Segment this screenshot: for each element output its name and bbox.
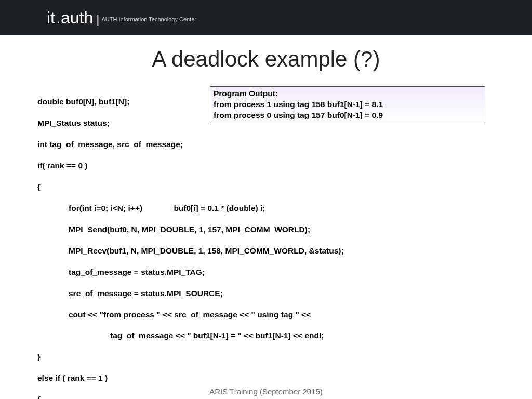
logo-it: it xyxy=(47,8,55,28)
code-line: if( rank == 0 ) xyxy=(37,161,495,171)
code-listing: double buf0[N], buf1[N]; MPI_Status stat… xyxy=(37,86,495,399)
slide-title: A deadlock example (?) xyxy=(0,47,532,72)
code-line: src_of_message = status.MPI_SOURCE; xyxy=(37,288,495,299)
code-line: } xyxy=(37,352,495,362)
code-line: int tag_of_message, src_of_message; xyxy=(37,139,495,150)
program-output-box: Program Output: from process 1 using tag… xyxy=(210,86,485,123)
output-line-2: from process 1 using tag 158 buf1[N-1] =… xyxy=(214,99,482,110)
code-line: { xyxy=(37,182,495,192)
code-line: tag_of_message << " buf1[N-1] = " << buf… xyxy=(37,330,495,341)
code-line: MPI_Send(buf0, N, MPI_DOUBLE, 1, 157, MP… xyxy=(37,224,495,235)
logo: it .auth | AUTH Information Technology C… xyxy=(47,8,196,28)
slide-content: Program Output: from process 1 using tag… xyxy=(0,86,532,399)
logo-subtitle: AUTH Information Technology Center xyxy=(101,16,196,22)
code-line: MPI_Recv(buf1, N, MPI_DOUBLE, 1, 158, MP… xyxy=(37,246,495,256)
logo-auth: .auth xyxy=(56,8,93,28)
code-line: cout << "from process " << src_of_messag… xyxy=(37,310,495,320)
logo-separator: | xyxy=(96,12,99,26)
output-line-3: from process 0 using tag 157 buf0[N-1] =… xyxy=(214,110,482,121)
output-line-1: Program Output: xyxy=(214,88,482,99)
code-line: for(int i=0; i<N; i++) buf0[i] = 0.1 * (… xyxy=(37,203,495,214)
code-line: tag_of_message = status.MPI_TAG; xyxy=(37,267,495,277)
code-line: else if ( rank == 1 ) xyxy=(37,373,495,383)
header-bar: it .auth | AUTH Information Technology C… xyxy=(0,0,532,35)
footer-text: ARIS Training (September 2015) xyxy=(0,387,532,396)
